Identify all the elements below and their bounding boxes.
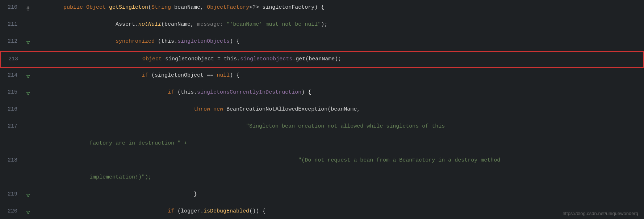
- line-number: 212: [0, 34, 22, 51]
- code-line: 210@ public Object getSingleton(String b…: [0, 0, 644, 17]
- token: [37, 157, 298, 163]
- at-icon: @: [27, 6, 30, 11]
- code-content: Assert.notNull(beanName, message: "'bean…: [34, 17, 644, 34]
- token: (beanName,: [327, 106, 360, 112]
- token: ==: [204, 72, 217, 78]
- gutter-cell: [22, 17, 34, 34]
- token: singletonObject: [155, 72, 204, 78]
- gutter-cell: [22, 52, 35, 67]
- code-content: public Object getSingleton(String beanNa…: [34, 0, 644, 17]
- gutter-cell: [22, 170, 34, 187]
- gutter-cell: ▽: [22, 187, 34, 204]
- code-line: implementation!)");: [0, 170, 644, 187]
- gutter-cell: [22, 153, 34, 170]
- token: [38, 56, 142, 62]
- token: ObjectFactory: [207, 4, 249, 10]
- code-content: if (logger.isDebugEnabled()) {: [34, 204, 644, 219]
- token: if: [142, 72, 151, 78]
- token: }: [37, 191, 197, 197]
- token: factory are in destruction " +: [89, 140, 187, 146]
- gutter-cell: [22, 119, 34, 136]
- line-number: 216: [0, 102, 22, 119]
- token: <?>: [249, 4, 262, 10]
- code-content: implementation!)");: [34, 170, 644, 187]
- token: (: [148, 4, 151, 10]
- code-content: synchronized (this.singletonObjects) {: [34, 34, 644, 51]
- code-content: if (singletonObject == null) {: [34, 68, 644, 85]
- token: singletonsCurrentlyInDestruction: [197, 89, 301, 95]
- code-content: "Singleton bean creation not allowed whi…: [34, 119, 644, 136]
- token: singletonFactory) {: [262, 4, 324, 10]
- code-content: if (this.singletonsCurrentlyInDestructio…: [34, 85, 644, 102]
- line-number: 219: [0, 187, 22, 204]
- code-editor: 210@ public Object getSingleton(String b…: [0, 0, 644, 219]
- token: (this.: [177, 89, 197, 95]
- token: message:: [197, 21, 226, 27]
- token: synchronized: [116, 38, 158, 44]
- line-number: 211: [0, 17, 22, 34]
- token: singletonObject: [165, 56, 214, 62]
- token: implementation!)");: [89, 174, 151, 180]
- line-number: 210: [0, 0, 22, 17]
- token: new: [213, 106, 226, 112]
- token: "(Do not request a bean from a BeanFacto…: [298, 157, 500, 163]
- token: if: [168, 208, 177, 214]
- token: ) {: [230, 38, 239, 44]
- token: "'beanName' must not be null": [226, 21, 321, 27]
- code-line: 214▽ if (singletonObject == null) {: [0, 68, 644, 85]
- code-line: 213 Object singletonObject = this.single…: [0, 51, 644, 68]
- code-line: 218 "(Do not request a bean from a BeanF…: [0, 153, 644, 170]
- gutter-cell: ▽: [22, 68, 34, 85]
- line-number: [0, 136, 22, 153]
- code-line: 215▽ if (this.singletonsCurrentlyInDestr…: [0, 85, 644, 102]
- fold-icon[interactable]: ▽: [26, 90, 30, 97]
- token: (logger.: [177, 208, 204, 214]
- token: Assert.: [116, 21, 138, 27]
- code-line: 219▽ }: [0, 187, 644, 204]
- token: throw: [194, 106, 213, 112]
- line-number: 220: [0, 204, 22, 219]
- token: [37, 38, 116, 44]
- code-content: "(Do not request a bean from a BeanFacto…: [34, 153, 644, 170]
- token: (beanName,: [161, 21, 197, 27]
- token: null: [217, 72, 230, 78]
- code-line: factory are in destruction " +: [0, 136, 644, 153]
- line-number: 213: [1, 52, 22, 67]
- token: [37, 106, 194, 112]
- token: Object: [86, 4, 109, 10]
- token: [37, 4, 63, 10]
- code-content: }: [34, 187, 644, 204]
- gutter-cell: ▽: [22, 85, 34, 102]
- gutter-cell: [22, 136, 34, 153]
- token: notNull: [138, 21, 161, 27]
- gutter-cell: ▽: [22, 34, 34, 51]
- token: [37, 208, 168, 214]
- fold-icon[interactable]: ▽: [26, 209, 30, 216]
- fold-icon[interactable]: ▽: [26, 192, 30, 199]
- token: [37, 21, 116, 27]
- token: ()) {: [249, 208, 265, 214]
- line-number: 217: [0, 119, 22, 136]
- fold-icon[interactable]: ▽: [26, 73, 30, 80]
- token: = this.: [214, 56, 240, 62]
- code-line: 211 Assert.notNull(beanName, message: "'…: [0, 17, 644, 34]
- token: beanName,: [174, 4, 207, 10]
- code-line: 220▽ if (logger.isDebugEnabled()) {: [0, 204, 644, 219]
- token: singletonObjects: [177, 38, 230, 44]
- token: public: [63, 4, 86, 10]
- token: BeanCreationNotAllowedException: [226, 106, 327, 112]
- code-line: 212▽ synchronized (this.singletonObjects…: [0, 34, 644, 51]
- token: isDebugEnabled: [204, 208, 249, 214]
- token: if: [168, 89, 177, 95]
- code-content: throw new BeanCreationNotAllowedExceptio…: [34, 102, 644, 119]
- code-line: 217 "Singleton bean creation not allowed…: [0, 119, 644, 136]
- fold-icon[interactable]: ▽: [26, 39, 30, 46]
- token: (this.: [158, 38, 177, 44]
- token: String: [151, 4, 174, 10]
- gutter-cell: ▽: [22, 204, 34, 219]
- token: [37, 123, 246, 129]
- token: "Singleton bean creation not allowed whi…: [246, 123, 445, 129]
- watermark: https://blog.csdn.net/uniquewonderq: [563, 211, 638, 216]
- line-number: [0, 170, 22, 187]
- token: getSingleton: [109, 4, 148, 10]
